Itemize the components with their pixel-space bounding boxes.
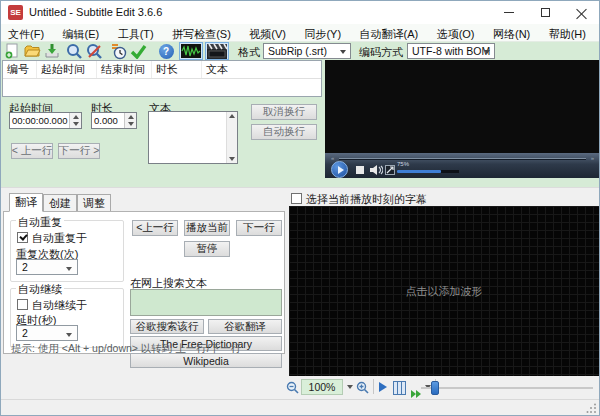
spin-down-icon[interactable]	[70, 121, 81, 129]
waveform-icon	[181, 44, 201, 58]
seek-bar[interactable]	[339, 158, 586, 160]
lower-panel: 翻译 创建 调整 自动重复 自动重复于 重复次数(次) 2 自动继续 自动继续于…	[1, 187, 599, 416]
visual-sync-icon	[110, 43, 127, 60]
video-player[interactable]: « » 75%	[325, 60, 600, 178]
scroll-up-icon[interactable]	[229, 114, 235, 118]
next-line-button[interactable]: 下一行 >	[58, 143, 100, 159]
waveform-area[interactable]: 点击以添加波形	[289, 206, 599, 376]
tab-create[interactable]: 创建	[43, 194, 77, 212]
close-button[interactable]	[563, 1, 599, 24]
menu-file[interactable]: 文件(F)	[1, 25, 51, 43]
column-duration[interactable]: 时长	[152, 61, 202, 78]
stop-button[interactable]	[356, 166, 364, 174]
minimize-button[interactable]	[491, 1, 527, 24]
video-clapper-icon	[207, 44, 227, 59]
tab-adjust[interactable]: 调整	[77, 194, 111, 212]
menu-options[interactable]: 选项(O)	[430, 25, 482, 43]
translate-tab-page: 自动重复 自动重复于 重复次数(次) 2 自动继续 自动继续于 延时(秒) 2 …	[3, 211, 285, 354]
video-toggle-button[interactable]	[205, 42, 229, 60]
menu-network[interactable]: 网络(N)	[486, 25, 537, 43]
chevron-down-icon	[66, 333, 72, 337]
menu-tools[interactable]: 工具(T)	[111, 25, 161, 43]
position-slider[interactable]	[421, 387, 593, 389]
waveform-toggle-button[interactable]	[179, 42, 203, 60]
tab-translate[interactable]: 翻译	[9, 193, 43, 212]
zoom-level-value[interactable]: 100%	[301, 379, 343, 395]
auto-repeat-checkbox[interactable]	[17, 232, 28, 243]
select-current-subtitle-checkbox[interactable]	[291, 193, 302, 204]
format-select[interactable]: SubRip (.srt)	[263, 43, 351, 59]
format-label: 格式	[238, 45, 260, 60]
spinner-buttons[interactable]	[69, 113, 81, 128]
scroll-down-icon[interactable]	[229, 157, 235, 161]
menu-spellcheck[interactable]: 拼写检查(S)	[165, 25, 238, 43]
spell-check-button[interactable]	[129, 43, 147, 59]
video-controls: « » 75%	[325, 153, 600, 178]
auto-continue-checkbox[interactable]	[17, 299, 28, 310]
zoom-out-icon[interactable]	[286, 381, 299, 394]
menu-video[interactable]: 视频(V)	[242, 25, 293, 43]
duration-spinner[interactable]: 0.000	[91, 112, 137, 129]
visual-sync-button[interactable]	[109, 43, 127, 59]
help-button[interactable]: ?	[157, 43, 175, 59]
maximize-icon	[541, 8, 550, 17]
toolbar: ? 格式 SubRip (.srt) 编码方式 UTF-8 with BOM	[1, 42, 599, 60]
delay-select[interactable]: 2	[16, 325, 78, 341]
new-file-button[interactable]	[3, 43, 21, 59]
open-file-button[interactable]	[23, 43, 41, 59]
column-end-time[interactable]: 结束时间	[97, 61, 152, 78]
seek-left-icon[interactable]: «	[331, 154, 334, 162]
status-bar	[1, 399, 599, 416]
waveform-placeholder: 点击以添加波形	[406, 284, 483, 299]
volume-icon[interactable]	[369, 164, 383, 176]
auto-repeat-group-label: 自动重复	[16, 215, 64, 230]
previous-line-button[interactable]: < 上一行	[11, 143, 53, 159]
spin-up-icon[interactable]	[125, 113, 136, 121]
spin-up-icon[interactable]	[70, 113, 81, 121]
columns-view-icon[interactable]	[393, 381, 406, 395]
pause-button[interactable]: 暂停	[184, 241, 230, 257]
seek-right-icon[interactable]: »	[591, 154, 594, 162]
resize-grip-icon[interactable]	[586, 403, 597, 414]
play-button[interactable]	[331, 161, 348, 178]
next-line-button[interactable]: 下一行	[236, 220, 282, 236]
play-current-button[interactable]: 播放当前	[184, 220, 230, 236]
google-search-line-button[interactable]: 谷歌搜索该行	[130, 319, 204, 334]
spinner-buttons[interactable]	[124, 113, 136, 128]
spell-check-icon	[130, 43, 147, 59]
position-slider-thumb[interactable]	[431, 381, 439, 395]
column-number[interactable]: 编号	[3, 61, 37, 78]
menu-autotranslate[interactable]: 自动翻译(A)	[353, 25, 426, 43]
volume-slider[interactable]: 75%	[397, 161, 459, 173]
close-icon	[576, 7, 587, 18]
maximize-button[interactable]	[527, 1, 563, 24]
google-translate-button[interactable]: 谷歌翻译	[208, 319, 282, 334]
replace-button[interactable]	[85, 43, 103, 59]
encoding-select[interactable]: UTF-8 with BOM	[407, 43, 495, 59]
column-start-time[interactable]: 起始时间	[37, 61, 97, 78]
zoom-in-icon[interactable]	[356, 381, 369, 394]
repeat-count-select[interactable]: 2	[16, 259, 78, 275]
save-file-button[interactable]	[43, 43, 61, 59]
web-search-input[interactable]	[130, 289, 282, 316]
unbreak-button[interactable]: 取消换行	[251, 104, 317, 120]
header-divider	[3, 78, 321, 79]
subtitle-list[interactable]: 编号 起始时间 结束时间 时长 文本	[2, 60, 322, 97]
subtitle-text-input[interactable]	[148, 111, 238, 164]
menu-edit[interactable]: 编辑(E)	[56, 25, 107, 43]
find-button[interactable]	[65, 43, 83, 59]
fullscreen-icon[interactable]	[385, 165, 395, 175]
minimize-icon	[504, 12, 514, 13]
autobreak-button[interactable]: 自动换行	[251, 124, 317, 140]
scrollbar[interactable]	[226, 112, 237, 163]
column-text[interactable]: 文本	[202, 61, 321, 78]
prev-line-button[interactable]: <上一行	[132, 220, 178, 236]
auto-continue-group-label: 自动继续	[16, 282, 64, 297]
menu-sync[interactable]: 同步(Y)	[297, 25, 348, 43]
menu-help[interactable]: 帮助(H)	[542, 25, 593, 43]
zoom-dropdown-icon[interactable]	[347, 385, 353, 389]
start-time-spinner[interactable]: 00:00:00.000	[9, 112, 82, 129]
play-waveform-icon[interactable]	[379, 382, 387, 392]
volume-groove[interactable]	[397, 170, 459, 173]
spin-down-icon[interactable]	[125, 121, 136, 129]
